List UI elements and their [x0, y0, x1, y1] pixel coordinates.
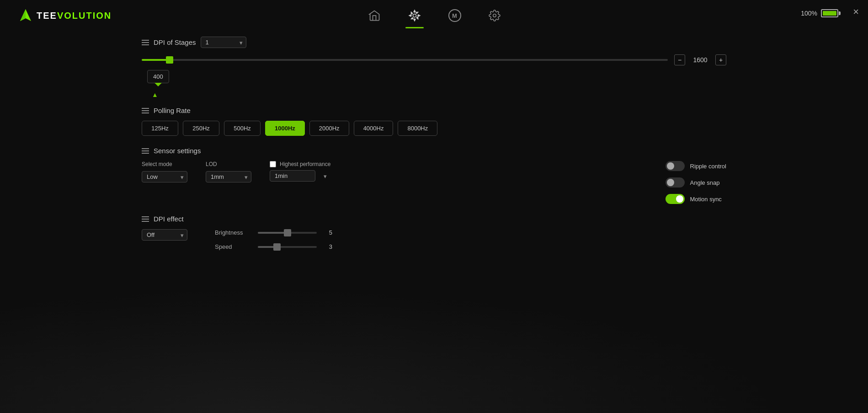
highest-perf-wrapper[interactable]: 1min 2min 5min Never — [270, 170, 330, 182]
polling-8000hz[interactable]: 8000Hz — [398, 121, 437, 136]
dpi-arrow-icon: ▲ — [152, 91, 158, 98]
ripple-control-toggle[interactable] — [666, 161, 685, 171]
lod-select[interactable]: 1mm 2mm 3mm — [206, 171, 251, 182]
angle-snap-toggle[interactable] — [666, 177, 685, 188]
dpi-stages-select[interactable]: 1 2 3 4 5 — [201, 37, 246, 48]
logo-icon — [18, 8, 33, 23]
battery-tip — [839, 11, 841, 15]
dpi-stages-select-wrapper[interactable]: 1 2 3 4 5 — [201, 37, 246, 48]
nav-home[interactable] — [363, 6, 385, 25]
dpi-effect-lines — [142, 216, 149, 222]
brightness-label: Brightness — [215, 229, 251, 236]
angle-snap-thumb — [667, 179, 674, 186]
motion-sync-row: Motion sync — [666, 194, 727, 204]
brightness-speed-col: Brightness 5 Speed 3 — [215, 229, 332, 250]
ripple-control-label: Ripple control — [690, 163, 727, 170]
brightness-row: Brightness 5 — [215, 229, 332, 236]
ripple-control-thumb — [667, 162, 674, 170]
macro-icon: M — [448, 9, 461, 22]
polling-2000hz[interactable]: 2000Hz — [309, 121, 349, 136]
select-mode-wrapper[interactable]: Low Medium High — [142, 171, 187, 182]
polling-4000hz[interactable]: 4000Hz — [354, 121, 394, 136]
highest-perf-col: Highest performance 1min 2min 5min Never — [270, 161, 330, 182]
highest-perf-select[interactable]: 1min 2min 5min Never — [270, 170, 315, 182]
speed-label: Speed — [215, 243, 251, 250]
nav-macro[interactable]: M — [444, 6, 466, 25]
main-nav: M — [363, 6, 505, 25]
main-content: DPI of Stages 1 2 3 4 5 − — [0, 23, 868, 268]
polling-section-lines — [142, 108, 149, 113]
highest-perf-checkbox[interactable] — [270, 161, 276, 167]
dpi-effect-section: DPI effect Off Solid Breathing Rainbow B… — [142, 215, 726, 250]
polling-1000hz[interactable]: 1000Hz — [265, 121, 305, 136]
select-mode-label: Select mode — [142, 161, 187, 167]
dpi-value: 1600 — [689, 56, 712, 64]
battery-fill — [823, 11, 836, 16]
select-mode-select[interactable]: Low Medium High — [142, 171, 187, 182]
polling-500hz[interactable]: 500Hz — [224, 121, 261, 136]
highest-perf-checkbox-row: Highest performance — [270, 161, 330, 167]
nav-dpi[interactable] — [404, 6, 426, 25]
highest-perf-label: Highest performance — [280, 161, 330, 167]
dpi-effect-mode-select[interactable]: Off Solid Breathing Rainbow — [142, 229, 187, 241]
motion-sync-toggle[interactable] — [666, 194, 685, 204]
battery-body — [821, 9, 838, 17]
dpi-slider-row: − 1600 + — [142, 54, 726, 65]
polling-section-header: Polling Rate — [142, 107, 726, 114]
ripple-control-row: Ripple control — [666, 161, 727, 171]
svg-point-2 — [413, 14, 416, 17]
dpi-stages-section-header: DPI of Stages 1 2 3 4 5 — [142, 37, 726, 48]
dpi-decrease-button[interactable]: − — [674, 54, 685, 65]
battery-area: 100% — [801, 9, 841, 17]
sensor-section-lines — [142, 148, 149, 154]
lod-col: LOD 1mm 2mm 3mm — [206, 161, 251, 182]
angle-snap-label: Angle snap — [690, 179, 720, 186]
polling-125hz[interactable]: 125Hz — [142, 121, 178, 136]
sensor-section-header: Sensor settings — [142, 147, 726, 155]
angle-snap-row: Angle snap — [666, 177, 727, 188]
dpi-label-row: 400 ▲ — [142, 70, 726, 97]
select-mode-col: Select mode Low Medium High — [142, 161, 187, 182]
polling-title: Polling Rate — [154, 107, 191, 114]
battery-percent: 100% — [801, 10, 817, 17]
brightness-value: 5 — [323, 229, 332, 236]
section-lines-icon — [142, 40, 149, 45]
speed-slider[interactable] — [258, 246, 317, 248]
nav-active-indicator — [405, 27, 424, 28]
toggles-col: Ripple control Angle snap — [666, 161, 727, 204]
motion-sync-thumb — [676, 195, 683, 203]
sensor-title: Sensor settings — [154, 147, 201, 155]
dpi-effect-mode-wrapper[interactable]: Off Solid Breathing Rainbow — [142, 229, 187, 241]
dpi-effect-title: DPI effect — [154, 215, 184, 223]
sensor-grid: Select mode Low Medium High LOD 1mm — [142, 161, 726, 204]
nav-settings[interactable] — [484, 7, 505, 24]
dpi-icon — [408, 9, 421, 22]
dpi-effect-section-header: DPI effect — [142, 215, 726, 223]
brightness-slider[interactable] — [258, 232, 317, 234]
gear-icon — [489, 10, 501, 21]
home-icon — [368, 9, 381, 22]
dpi-slider[interactable] — [142, 59, 668, 61]
header: TEEVOLUTION — [0, 0, 868, 23]
svg-marker-1 — [20, 9, 26, 21]
logo-text: TEEVOLUTION — [37, 11, 112, 21]
battery-icon — [821, 9, 841, 17]
speed-row: Speed 3 — [215, 243, 332, 250]
dpi-effect-row: Off Solid Breathing Rainbow Brightness 5… — [142, 229, 726, 250]
dpi-increase-button[interactable]: + — [715, 54, 726, 65]
motion-sync-label: Motion sync — [690, 196, 722, 203]
lod-label: LOD — [206, 161, 251, 167]
dpi-bubble: 400 — [147, 70, 169, 83]
dpi-counter: − 1600 + — [674, 54, 726, 65]
polling-buttons: 125Hz 250Hz 500Hz 1000Hz 2000Hz 4000Hz 8… — [142, 121, 726, 136]
polling-section: Polling Rate 125Hz 250Hz 500Hz 1000Hz 20… — [142, 107, 726, 136]
logo: TEEVOLUTION — [18, 8, 112, 23]
dpi-stages-title: DPI of Stages — [154, 38, 196, 46]
sensor-section: Sensor settings Select mode Low Medium H… — [142, 147, 726, 204]
speed-value: 3 — [323, 243, 332, 250]
polling-250hz[interactable]: 250Hz — [183, 121, 219, 136]
lod-wrapper[interactable]: 1mm 2mm 3mm — [206, 171, 251, 182]
dpi-slider-container — [142, 55, 668, 64]
svg-point-3 — [493, 14, 496, 17]
